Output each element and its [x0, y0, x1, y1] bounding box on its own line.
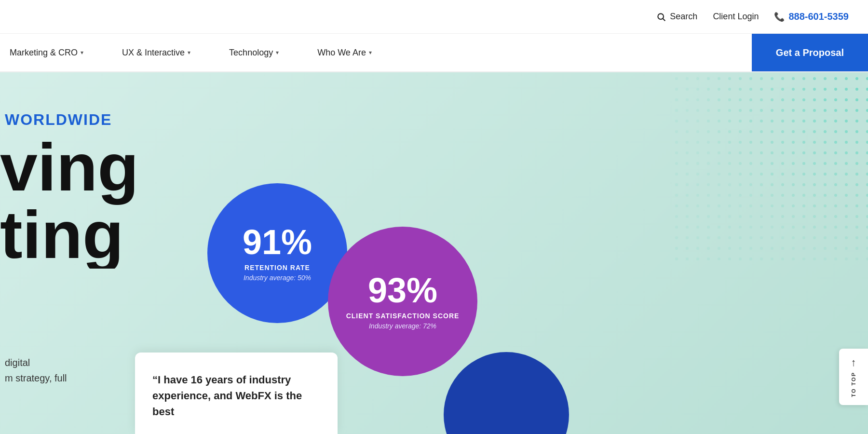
- dot: [824, 162, 827, 165]
- dot: [866, 162, 868, 165]
- nav-cta-area: Get a Proposal: [752, 34, 868, 71]
- dot: [781, 247, 784, 250]
- dot: [771, 173, 773, 176]
- dot: [739, 215, 742, 218]
- dot: [802, 226, 805, 229]
- dot: [781, 204, 784, 207]
- dot: [760, 247, 763, 250]
- dot: [855, 162, 858, 165]
- dot: [866, 226, 868, 229]
- dot: [781, 236, 784, 239]
- dot: [813, 151, 816, 154]
- dot: [781, 109, 784, 112]
- dot: [824, 141, 827, 144]
- dot: [718, 215, 720, 218]
- dot: [675, 151, 678, 154]
- dot: [855, 183, 858, 186]
- stat-satisfaction-circle: 93% CLIENT SATISFACTION SCORE Industry a…: [328, 227, 477, 376]
- dot: [792, 98, 795, 101]
- dot: [760, 204, 763, 207]
- dot: [686, 88, 689, 91]
- dot: [834, 130, 837, 133]
- dot: [675, 162, 678, 165]
- dot: [845, 130, 848, 133]
- dot: [834, 173, 837, 176]
- dot: [728, 258, 731, 260]
- dot: [866, 236, 868, 239]
- dot: [696, 226, 699, 229]
- dot: [792, 141, 795, 144]
- dot: [771, 204, 773, 207]
- dot: [718, 247, 720, 250]
- dot: [855, 77, 858, 80]
- dot: [781, 183, 784, 186]
- scroll-to-top-button[interactable]: ↑ TO TOP: [839, 349, 868, 405]
- dot: [855, 226, 858, 229]
- dot: [728, 151, 731, 154]
- dot: [760, 226, 763, 229]
- dot: [686, 151, 689, 154]
- dot: [760, 77, 763, 80]
- dot: [728, 130, 731, 133]
- dot: [845, 88, 848, 91]
- dot: [728, 247, 731, 250]
- dot: [739, 194, 742, 197]
- dot: [696, 120, 699, 122]
- dot: [802, 141, 805, 144]
- dot: [771, 120, 773, 122]
- dot: [696, 109, 699, 112]
- dot: [675, 215, 678, 218]
- dot: [686, 247, 689, 250]
- dot: [707, 130, 710, 133]
- dot: [739, 173, 742, 176]
- dot: [696, 204, 699, 207]
- nav-item-technology[interactable]: Technology ▾: [210, 34, 298, 71]
- dot: [675, 130, 678, 133]
- dot: [824, 130, 827, 133]
- dot: [824, 88, 827, 91]
- search-button[interactable]: Search: [656, 12, 697, 22]
- client-login-link[interactable]: Client Login: [713, 12, 759, 22]
- dot: [760, 162, 763, 165]
- dot: [824, 183, 827, 186]
- dot: [739, 77, 742, 80]
- nav-item-marketing[interactable]: Marketing & CRO ▾: [0, 34, 103, 71]
- dot: [696, 88, 699, 91]
- dot: [866, 120, 868, 122]
- dot: [824, 151, 827, 154]
- dot: [802, 194, 805, 197]
- dot: [771, 88, 773, 91]
- dot: [749, 151, 752, 154]
- dot: [834, 236, 837, 239]
- dot: [718, 88, 720, 91]
- dot: [728, 226, 731, 229]
- dot: [834, 215, 837, 218]
- dot: [866, 173, 868, 176]
- dot: [718, 141, 720, 144]
- dot: [686, 162, 689, 165]
- dot: [824, 77, 827, 80]
- dot: [675, 183, 678, 186]
- dot: [802, 120, 805, 122]
- dot: [760, 173, 763, 176]
- dot: [781, 194, 784, 197]
- dot: [686, 141, 689, 144]
- dot: [739, 141, 742, 144]
- dot: [696, 247, 699, 250]
- nav-item-ux[interactable]: UX & Interactive ▾: [103, 34, 210, 71]
- get-proposal-button[interactable]: Get a Proposal: [752, 34, 868, 71]
- dot: [760, 88, 763, 91]
- dot: [675, 77, 678, 80]
- top-utility-bar: Search Client Login 📞 888-601-5359: [0, 0, 868, 34]
- dot-pattern-decoration: // Generate dots inline: [675, 77, 868, 260]
- quote-card: “I have 16 years of industry experience,…: [135, 353, 338, 434]
- search-label: Search: [670, 12, 697, 22]
- dot: [802, 204, 805, 207]
- dot: [749, 141, 752, 144]
- dot: [781, 77, 784, 80]
- phone-number[interactable]: 📞 888-601-5359: [774, 11, 849, 22]
- dot: [866, 215, 868, 218]
- nav-item-who-we-are[interactable]: Who We Are ▾: [298, 34, 391, 71]
- dot: [845, 98, 848, 101]
- dot: [813, 88, 816, 91]
